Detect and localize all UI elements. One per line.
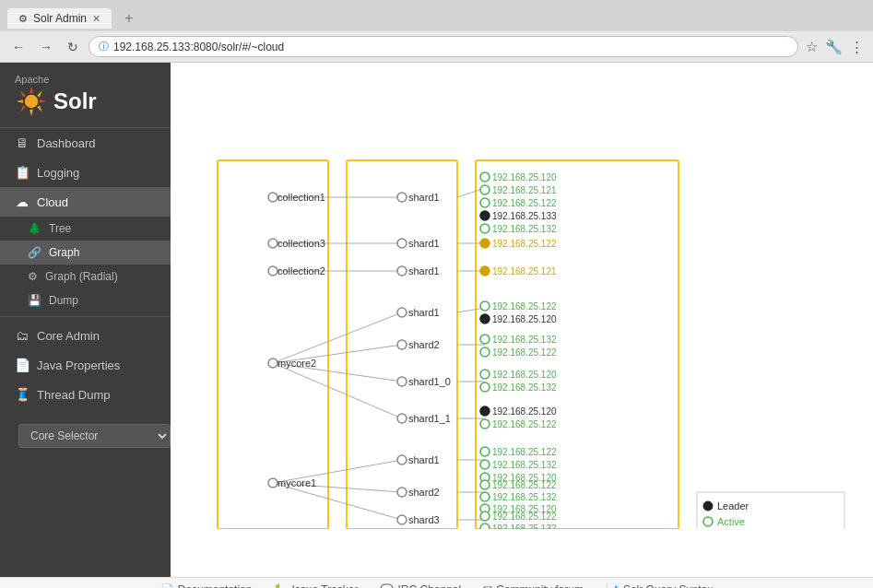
c1-ip4-node[interactable] <box>480 211 490 220</box>
footer-issue-tracker[interactable]: 🐛 Issue Tracker <box>274 583 358 588</box>
m2s10-ip2-label: 192.168.25.132 <box>492 382 557 393</box>
c2-shard1-label: shard1 <box>408 265 440 276</box>
svg-marker-7 <box>37 90 41 97</box>
legend-active-text: Active <box>717 516 745 527</box>
bookmark-icon[interactable]: ☆ <box>804 37 820 57</box>
sidebar-item-tree[interactable]: 🌲 Tree <box>0 217 171 241</box>
graph-label: Graph <box>49 246 79 259</box>
footer-irc[interactable]: 💬 IRC Channel <box>380 583 461 588</box>
m2s2-ip1-node[interactable] <box>480 335 490 344</box>
sidebar-item-thread-dump[interactable]: 🧵 Thread Dump <box>0 380 171 409</box>
c1-ip2-node[interactable] <box>480 185 490 194</box>
m1-shard1-node[interactable] <box>397 455 407 465</box>
sidebar-item-core-admin[interactable]: 🗂 Core Admin <box>0 321 171 350</box>
collection1-node[interactable] <box>268 193 277 202</box>
mycore1-node[interactable] <box>268 478 277 488</box>
core-selector[interactable]: Core Selector <box>18 424 171 448</box>
m1s1-ip1-node[interactable] <box>480 447 490 456</box>
sidebar-item-cloud[interactable]: ☁ Cloud <box>0 187 171 217</box>
sidebar-item-graph[interactable]: 🔗 Graph <box>0 241 171 265</box>
c2-ip1-node[interactable] <box>480 266 490 276</box>
core-admin-label: Core Admin <box>37 329 100 343</box>
m2-shard1-0-label: shard1_0 <box>408 376 451 387</box>
solr-logo-icon <box>15 85 48 118</box>
tab-close-button[interactable]: ✕ <box>92 13 100 25</box>
refresh-button[interactable]: ↻ <box>63 38 83 56</box>
core-selector-wrapper: Core Selector <box>0 409 171 463</box>
sidebar-item-dump[interactable]: 💾 Dump <box>0 288 171 312</box>
m2s1-ip1-label: 192.168.25.122 <box>492 301 557 312</box>
c1-shard1-node[interactable] <box>397 193 407 202</box>
back-button[interactable]: ← <box>7 38 29 56</box>
sidebar-item-logging[interactable]: 📋 Logging <box>0 158 171 187</box>
issue-tracker-label: Issue Tracker <box>291 583 358 588</box>
documentation-icon: 📄 <box>160 583 174 588</box>
c3-shard1-label: shard1 <box>408 238 440 249</box>
url-display: 192.168.25.133:8080/solr/#/~cloud <box>113 41 788 53</box>
m2-shard1-1-node[interactable] <box>397 414 407 423</box>
c1-ip2-label: 192.168.25.121 <box>492 185 557 195</box>
c1-ip1-label: 192.168.25.120 <box>492 172 557 182</box>
mycore2-node[interactable] <box>268 359 277 368</box>
m2s11-ip1-node[interactable] <box>480 406 490 416</box>
line-m2-s1 <box>273 312 402 363</box>
m2s10-ip1-label: 192.168.25.120 <box>492 370 557 380</box>
m2s2-ip2-node[interactable] <box>480 347 490 357</box>
m2s1-ip1-node[interactable] <box>480 301 490 311</box>
m2-shard2-label: shard2 <box>408 339 440 350</box>
menu-icon[interactable]: ⋮ <box>848 37 866 57</box>
nav-icons: ☆ 🔧 ⋮ <box>804 37 866 57</box>
m1s3-ip1-node[interactable] <box>480 512 490 521</box>
m1-shard1-label: shard1 <box>408 454 440 465</box>
query-syntax-label: Solr Query Syntax <box>623 583 713 588</box>
m2s10-ip1-node[interactable] <box>480 370 490 379</box>
footer-documentation[interactable]: 📄 Documentation <box>160 583 253 588</box>
tab-bar: ⚙ Solr Admin ✕ + <box>0 0 873 31</box>
m2s10-ip2-node[interactable] <box>480 382 490 392</box>
m1s2-ip2-node[interactable] <box>480 492 490 501</box>
c1-ip1-node[interactable] <box>480 172 490 182</box>
sidebar-item-java-properties[interactable]: 📄 Java Properties <box>0 350 171 380</box>
c1-ip3-node[interactable] <box>480 198 490 207</box>
m2-shard1-0-node[interactable] <box>397 377 407 386</box>
m1-shard2-node[interactable] <box>397 488 407 497</box>
c3-ip1-node[interactable] <box>480 239 490 248</box>
collection3-node[interactable] <box>268 239 277 248</box>
forward-button[interactable]: → <box>35 38 57 56</box>
c1-ip5-node[interactable] <box>480 224 490 233</box>
m2-shard2-node[interactable] <box>397 340 407 349</box>
footer-query-syntax[interactable]: 📊 Solr Query Syntax <box>606 583 713 588</box>
new-tab-icon[interactable]: + <box>124 10 133 27</box>
mycore2-label: mycore2 <box>277 358 316 369</box>
m2s1-ip2-node[interactable] <box>480 314 490 323</box>
m1s1-ip2-node[interactable] <box>480 460 490 469</box>
browser-tab[interactable]: ⚙ Solr Admin ✕ <box>7 8 112 29</box>
sidebar-item-dashboard[interactable]: 🖥 Dashboard <box>0 128 171 158</box>
svg-marker-2 <box>29 110 33 116</box>
m1s3-ip2-node[interactable] <box>480 523 490 529</box>
tab-title: Solr Admin <box>33 12 87 25</box>
m2-shard1-node[interactable] <box>397 308 407 317</box>
collection3-label: collection3 <box>277 238 325 249</box>
svg-marker-8 <box>20 106 25 112</box>
tree-label: Tree <box>49 222 71 235</box>
m1s2-ip1-label: 192.168.25.122 <box>492 480 557 490</box>
c3-shard1-node[interactable] <box>397 239 407 248</box>
url-box[interactable]: ⓘ 192.168.25.133:8080/solr/#/~cloud <box>88 36 798 57</box>
footer-community[interactable]: ✉ Community forum <box>483 583 584 588</box>
m1s2-ip1-node[interactable] <box>480 480 490 489</box>
legend-active-dot <box>703 517 713 526</box>
c1-ip5-label: 192.168.25.132 <box>492 224 557 234</box>
c3-ip1-label: 192.168.25.122 <box>492 239 557 249</box>
m1-shard3-node[interactable] <box>397 515 407 524</box>
graph-radial-label: Graph (Radial) <box>45 270 118 283</box>
thread-dump-label: Thread Dump <box>37 388 110 402</box>
dump-icon: 💾 <box>28 294 41 307</box>
c2-shard1-node[interactable] <box>397 266 407 276</box>
graph-container: collection1 collection3 collection2 myco… <box>185 77 858 538</box>
m2s11-ip2-node[interactable] <box>480 419 490 429</box>
extensions-icon[interactable]: 🔧 <box>823 37 844 57</box>
irc-label: IRC Channel <box>397 583 461 588</box>
collection2-node[interactable] <box>268 266 277 276</box>
sidebar-item-graph-radial[interactable]: ⚙ Graph (Radial) <box>0 265 171 288</box>
